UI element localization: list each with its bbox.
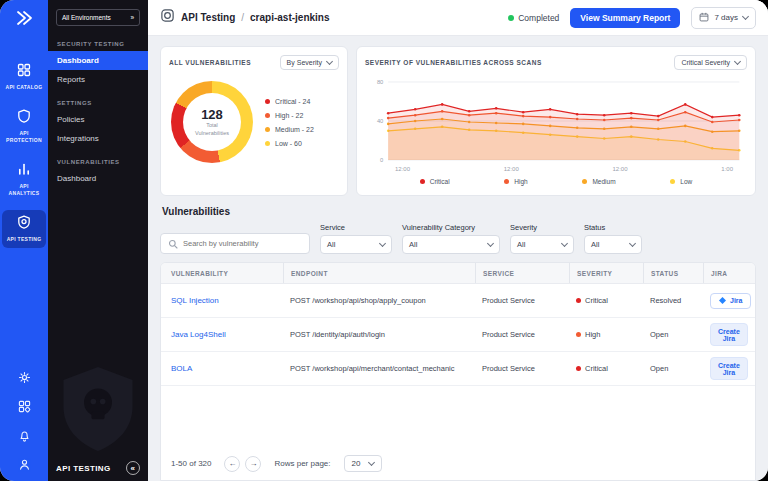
chevron-down-icon [734,58,741,65]
table-row[interactable]: BOLA POST /workshop/api/merchant/contact… [161,352,755,386]
pagination-range: 1-50 of 320 [171,459,211,468]
status-dot-icon [508,15,514,21]
category-select[interactable]: All [402,235,500,254]
sidebar-item-integrations[interactable]: Integrations [48,129,148,148]
vulnerability-link[interactable]: BOLA [171,364,192,373]
search-input[interactable] [183,239,302,248]
sidebar-footer-label: API TESTING [56,464,111,473]
notifications-bell-icon[interactable] [18,428,31,446]
collapse-sidebar-button[interactable]: « [126,461,140,475]
section-title-security-testing: SECURITY TESTING [57,41,139,47]
filter-severity: Severity All [510,223,574,254]
status-label: Completed [518,13,559,23]
pagination-bar: 1-50 of 320 ← → Rows per page: 20 [161,447,755,480]
severity-select[interactable]: All [510,235,574,254]
date-range-value: 7 days [714,13,738,22]
section-title-vulnerabilities: VULNERABILITIES [57,159,139,165]
sidebar-item-reports[interactable]: Reports [48,70,148,89]
jira-link-button[interactable]: Jira [710,293,751,309]
severity-across-scans-card: SEVERITY OF VULNERABILITIES ACROSS SCANS… [356,46,756,196]
view-summary-report-button[interactable]: View Summary Report [570,8,680,28]
critical-dot-icon [420,179,425,184]
svg-text:80: 80 [377,79,384,85]
bar-chart-icon [17,162,31,180]
app-window: API CATALOG API PROTECTION API ANALYTICS [0,0,768,481]
environment-selector-label: All Environments [62,14,111,21]
table-row[interactable]: Java Log4Shell POST /identity/api/auth/l… [161,318,755,352]
severity-filter-select[interactable]: Critical Severity [674,55,747,70]
donut-card-title: ALL VULNERABILITIES [169,59,251,66]
rail-item-api-testing[interactable]: API TESTING [2,210,46,249]
table-row[interactable]: SQL Injection POST /workshop/api/shop/ap… [161,284,755,318]
rail-item-label: API ANALYTICS [4,183,44,198]
chevron-down-icon [561,240,568,247]
legend-item-low: Low - 60 [265,140,314,147]
chevron-down-icon [742,13,749,20]
critical-dot-icon [265,99,270,104]
high-dot-icon [265,113,270,118]
rows-per-page-select[interactable]: 20 [344,455,383,472]
scan-target-icon [160,8,175,27]
rows-per-page-label: Rows per page: [274,459,330,468]
apps-widgets-icon[interactable] [18,399,31,417]
severity-dot-icon [576,366,581,371]
status-select[interactable]: All [584,235,642,254]
endpoint-cell: POST /workshop/api/merchant/contact_mech… [283,364,475,373]
all-vulnerabilities-card: ALL VULNERABILITIES By Severity 128 Tota… [160,46,348,196]
vulnerability-search[interactable] [160,233,310,254]
brand-logo-icon [14,8,34,32]
shield-bug-icon [17,215,31,233]
calendar-icon [699,12,709,24]
chart-legend-low: Low [670,178,692,185]
table-header-row: VULNERABILITY ENDPOINT SERVICE SEVERITY … [161,263,755,284]
vulnerability-link[interactable]: SQL Injection [171,296,219,305]
create-jira-button[interactable]: Create Jira [710,323,748,346]
low-dot-icon [265,141,270,146]
legend-item-medium: Medium - 22 [265,126,314,133]
chevron-down-icon [368,459,375,466]
sidebar-item-dashboard[interactable]: Dashboard [48,51,148,70]
severity-cell: High [569,330,643,339]
main-area: API Testing / crapi-ast-jenkins Complete… [148,0,768,481]
previous-page-button[interactable]: ← [224,456,240,472]
breadcrumb-root[interactable]: API Testing [181,12,235,23]
rail-item-api-catalog[interactable]: API CATALOG [2,58,46,97]
rail-item-api-protection[interactable]: API PROTECTION [2,104,46,150]
donut-center-label: 128 Total Vulnerabilities [171,81,253,163]
sidebar-item-vuln-dashboard[interactable]: Dashboard [48,169,148,188]
filter-status: Status All [584,223,642,254]
sidebar-item-policies[interactable]: Policies [48,110,148,129]
shield-icon [17,109,31,127]
rail-item-api-analytics[interactable]: API ANALYTICS [2,157,46,203]
by-severity-value: By Severity [287,59,322,66]
by-severity-select[interactable]: By Severity [280,55,339,70]
chart-legend-medium: Medium [582,178,615,185]
search-icon [168,235,178,253]
settings-gear-icon[interactable] [18,370,31,388]
svg-text:40: 40 [377,118,384,124]
vulnerability-link[interactable]: Java Log4Shell [171,330,226,339]
filter-vulnerability-category: Vulnerability Category All [402,223,500,254]
profile-user-icon[interactable] [18,457,31,475]
filters-row: Service All Vulnerability Category All S… [160,223,756,254]
create-jira-button[interactable]: Create Jira [710,357,748,380]
breadcrumb-separator: / [241,12,244,23]
top-bar: API Testing / crapi-ast-jenkins Complete… [148,0,768,36]
severity-cell: Critical [569,296,643,305]
chevron-down-icon [487,240,494,247]
chevron-down-icon [629,240,636,247]
jira-diamond-icon [719,297,726,305]
legend-item-high: High - 22 [265,112,314,119]
environment-selector[interactable]: All Environments » [56,9,140,26]
service-cell: Product Service [475,296,569,305]
chart-legend-high: High [504,178,527,185]
date-range-select[interactable]: 7 days [691,7,756,29]
service-select[interactable]: All [320,235,392,254]
vulnerabilities-section-title: Vulnerabilities [162,206,754,217]
next-page-button[interactable]: → [245,456,261,472]
dashboard-content: ALL VULNERABILITIES By Severity 128 Tota… [148,36,768,481]
low-dot-icon [670,179,675,184]
status-cell: Open [643,330,703,339]
summary-cards-row: ALL VULNERABILITIES By Severity 128 Tota… [160,46,756,196]
double-chevron-right-icon: » [130,14,134,21]
